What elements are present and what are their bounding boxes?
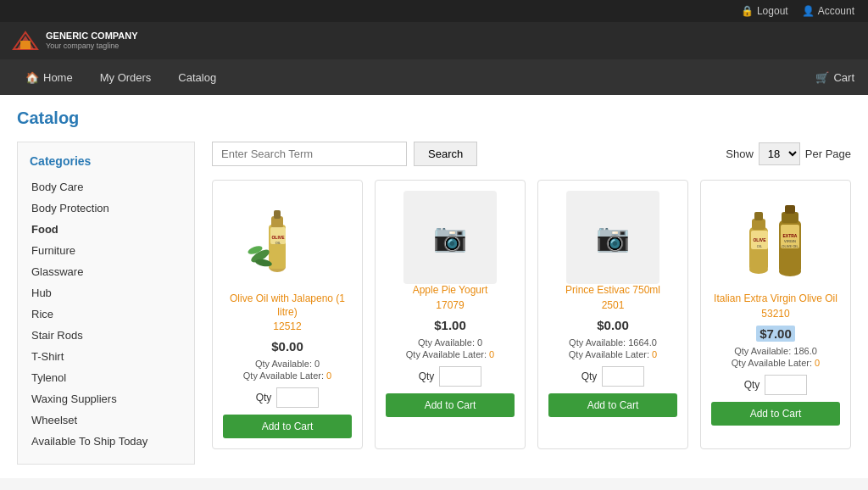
account-link[interactable]: 👤 Account: [802, 5, 854, 17]
sidebar-item[interactable]: Wheelset: [30, 409, 182, 431]
qty-later-value: 0: [489, 349, 494, 359]
product-price: $1.00: [434, 318, 466, 332]
per-page-label: Per Page: [805, 148, 851, 160]
sidebar-item[interactable]: Waxing Suppliers: [30, 388, 182, 409]
product-price: $7.00: [756, 326, 795, 342]
product-image: OLIVE OIL: [241, 191, 334, 284]
sidebar-item[interactable]: Available To Ship Today: [30, 431, 182, 452]
nav-cart[interactable]: 🛒 Cart: [815, 71, 854, 84]
main-layout: Categories Body CareBody ProtectionFoodF…: [17, 142, 851, 465]
qty-row: Qty: [256, 387, 320, 408]
product-grid: OLIVE OIL Olive Oil with Jalapeno (1 lit…: [212, 180, 851, 449]
product-price-container: $0.00: [271, 339, 303, 354]
svg-text:OIL: OIL: [757, 244, 763, 248]
sidebar-items: Body CareBody ProtectionFoodFurnitureGla…: [30, 176, 182, 452]
product-price-container: $1.00: [434, 318, 466, 332]
product-name[interactable]: Italian Extra Virgin Olive Oil: [714, 292, 837, 306]
product-card: OLIVE OIL Olive Oil with Jalapeno (1 lit…: [212, 180, 363, 449]
qty-row: Qty: [581, 366, 645, 387]
product-name[interactable]: Olive Oil with Jalapeno (1 litre): [223, 292, 352, 319]
product-image-placeholder: 📷: [566, 191, 659, 284]
qty-label: Qty: [256, 392, 272, 404]
product-card: 📷 Prince Estivac 750ml 2501 $0.00 Qty Av…: [537, 180, 688, 449]
cart-icon: 🛒: [815, 71, 829, 84]
qty-input[interactable]: [765, 375, 807, 395]
product-code: 17079: [436, 299, 464, 311]
product-qty-later: Qty Available Later: 0: [406, 349, 494, 359]
qty-input[interactable]: [439, 366, 481, 387]
top-bar: 🔒 Logout 👤 Account: [0, 0, 868, 22]
product-qty-available: Qty Available: 1664.0: [569, 337, 657, 348]
qty-row: Qty: [419, 366, 482, 387]
product-image-placeholder: 📷: [403, 191, 497, 284]
product-name[interactable]: Apple Pie Yogurt: [413, 284, 488, 298]
main-area: Search Show 18 36 72 Per Page OLIV: [212, 142, 851, 465]
logout-link[interactable]: 🔒 Logout: [741, 5, 788, 17]
product-price-container: $7.00: [756, 326, 795, 341]
show-label: Show: [726, 148, 754, 160]
product-qty-available: Qty Available: 0: [418, 337, 482, 348]
sidebar-item[interactable]: Stair Rods: [30, 325, 182, 346]
svg-rect-17: [754, 212, 763, 220]
qty-label: Qty: [744, 379, 760, 391]
svg-text:OLIVE OIL: OLIVE OIL: [782, 244, 798, 248]
sidebar-item[interactable]: Glassware: [30, 261, 182, 282]
sidebar-item[interactable]: Furniture: [30, 240, 182, 261]
product-image: OLIVE OIL EXTRA VIRGIN OLIVE OIL: [729, 191, 822, 284]
product-price-container: $0.00: [597, 318, 629, 332]
logo-bar: GENERIC COMPANY Your company tagline: [0, 22, 868, 59]
qty-label: Qty: [419, 370, 435, 382]
add-to-cart-button[interactable]: Add to Cart: [386, 393, 515, 417]
product-qty-later: Qty Available Later: 0: [243, 370, 331, 381]
sidebar-item[interactable]: Body Care: [30, 176, 182, 198]
product-card: OLIVE OIL EXTRA VIRGIN OLIVE OIL Italian…: [700, 180, 851, 449]
sidebar-item[interactable]: Rice: [30, 303, 182, 325]
nav-orders[interactable]: My Orders: [88, 63, 164, 92]
qty-later-value: 0: [652, 349, 657, 359]
product-name[interactable]: Prince Estivac 750ml: [565, 284, 660, 298]
qty-label: Qty: [581, 370, 598, 382]
svg-rect-3: [20, 41, 31, 49]
product-price: $0.00: [597, 318, 629, 332]
sidebar-item[interactable]: Body Protection: [30, 198, 182, 219]
product-card: 📷 Apple Pie Yogurt 17079 $1.00 Qty Avail…: [375, 180, 526, 449]
nav-home[interactable]: 🏠 Home: [14, 63, 85, 92]
account-icon: 👤: [802, 5, 815, 17]
qty-later-value: 0: [815, 358, 820, 368]
nav-catalog[interactable]: Catalog: [166, 63, 228, 92]
logo-icon: [10, 25, 41, 56]
logout-icon: 🔒: [741, 5, 754, 17]
qty-row: Qty: [744, 375, 808, 395]
logo-text: GENERIC COMPANY Your company tagline: [46, 31, 138, 51]
add-to-cart-button[interactable]: Add to Cart: [711, 402, 840, 426]
svg-text:OLIVE: OLIVE: [271, 235, 285, 240]
page-content: Catalog Categories Body CareBody Protect…: [0, 95, 868, 478]
search-input[interactable]: [212, 142, 407, 166]
add-to-cart-button[interactable]: Add to Cart: [223, 415, 352, 438]
nav-left: 🏠 Home My Orders Catalog: [14, 63, 228, 92]
logo[interactable]: GENERIC COMPANY Your company tagline: [10, 25, 138, 56]
add-to-cart-button[interactable]: Add to Cart: [548, 393, 677, 417]
product-qty-available: Qty Available: 186.0: [734, 346, 817, 356]
sidebar-title: Categories: [30, 154, 182, 168]
svg-text:EXTRA: EXTRA: [783, 233, 798, 238]
per-page-select[interactable]: 18 36 72: [759, 142, 800, 165]
product-code: 53210: [761, 308, 789, 320]
sidebar: Categories Body CareBody ProtectionFoodF…: [17, 142, 195, 465]
sidebar-item[interactable]: Food: [30, 219, 182, 240]
search-row: Search Show 18 36 72 Per Page: [212, 142, 851, 166]
show-row: Show 18 36 72 Per Page: [726, 142, 851, 165]
svg-text:VIRGIN: VIRGIN: [784, 239, 796, 243]
qty-input[interactable]: [276, 387, 319, 408]
product-price: $0.00: [271, 339, 303, 354]
svg-text:OIL: OIL: [275, 241, 281, 245]
svg-text:OLIVE: OLIVE: [753, 237, 766, 242]
svg-rect-7: [274, 210, 281, 219]
sidebar-item[interactable]: Hub: [30, 282, 182, 303]
sidebar-item[interactable]: T-Shirt: [30, 346, 182, 367]
qty-input[interactable]: [602, 366, 644, 387]
product-code: 12512: [273, 320, 301, 332]
qty-later-value: 0: [326, 370, 331, 381]
search-button[interactable]: Search: [414, 142, 477, 166]
sidebar-item[interactable]: Tylenol: [30, 367, 182, 388]
